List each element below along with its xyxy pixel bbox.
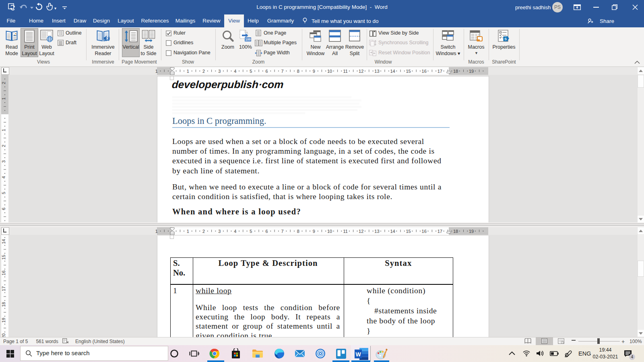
svg-text:1: 1 bbox=[187, 69, 189, 74]
svg-text:100: 100 bbox=[245, 37, 251, 41]
svg-text:1: 1 bbox=[1, 129, 6, 131]
svg-text:19: 19 bbox=[1, 318, 6, 323]
svg-text:6: 6 bbox=[1, 208, 6, 210]
svg-text:17: 17 bbox=[1, 286, 6, 291]
svg-text:8: 8 bbox=[297, 69, 299, 74]
svg-text:2: 2 bbox=[1, 145, 6, 147]
svg-text:15: 15 bbox=[406, 229, 411, 234]
svg-text:17: 17 bbox=[438, 229, 442, 234]
svg-text:19: 19 bbox=[469, 229, 474, 234]
svg-text:8: 8 bbox=[297, 229, 299, 234]
svg-text:4: 4 bbox=[1, 176, 6, 179]
svg-text:2: 2 bbox=[202, 229, 205, 234]
svg-text:16: 16 bbox=[422, 69, 427, 74]
svg-text:12: 12 bbox=[359, 229, 363, 234]
svg-text:5: 5 bbox=[250, 69, 252, 74]
svg-text:2: 2 bbox=[1, 82, 6, 84]
svg-text:5: 5 bbox=[1, 192, 6, 194]
svg-text:S: S bbox=[504, 37, 507, 41]
svg-text:19: 19 bbox=[469, 69, 474, 74]
svg-text:10: 10 bbox=[327, 229, 332, 234]
svg-text:15: 15 bbox=[1, 255, 6, 259]
svg-text:4: 4 bbox=[234, 229, 236, 234]
svg-text:2: 2 bbox=[202, 69, 205, 74]
svg-text:7: 7 bbox=[281, 69, 284, 74]
svg-text:1: 1 bbox=[187, 229, 189, 234]
svg-text:18: 18 bbox=[453, 69, 458, 74]
svg-text:17: 17 bbox=[438, 69, 442, 74]
svg-text:16: 16 bbox=[422, 229, 427, 234]
svg-text:13: 13 bbox=[374, 229, 379, 234]
svg-text:20: 20 bbox=[1, 333, 6, 337]
svg-text:1: 1 bbox=[1, 97, 6, 100]
svg-text:6: 6 bbox=[265, 69, 268, 74]
svg-text:9: 9 bbox=[313, 69, 315, 74]
svg-text:1: 1 bbox=[155, 229, 158, 234]
svg-text:12: 12 bbox=[359, 69, 363, 74]
svg-text:3: 3 bbox=[218, 69, 221, 74]
svg-text:W: W bbox=[355, 351, 361, 358]
svg-text:14: 14 bbox=[390, 229, 395, 234]
svg-text:13: 13 bbox=[374, 69, 379, 74]
svg-text:1: 1 bbox=[155, 69, 158, 74]
svg-text:11: 11 bbox=[343, 229, 347, 234]
svg-text:5: 5 bbox=[250, 229, 252, 234]
svg-text:15: 15 bbox=[406, 69, 411, 74]
svg-text:18: 18 bbox=[1, 302, 6, 307]
svg-text:3: 3 bbox=[218, 229, 221, 234]
svg-text:14: 14 bbox=[1, 239, 6, 244]
svg-text:10: 10 bbox=[327, 69, 332, 74]
svg-text:11: 11 bbox=[343, 69, 347, 74]
svg-text:18: 18 bbox=[453, 229, 458, 234]
svg-text:7: 7 bbox=[281, 229, 284, 234]
svg-text:3: 3 bbox=[1, 160, 6, 163]
svg-text:6: 6 bbox=[265, 229, 268, 234]
svg-text:4: 4 bbox=[234, 69, 236, 74]
svg-text:16: 16 bbox=[1, 270, 6, 275]
svg-text:9: 9 bbox=[313, 229, 315, 234]
svg-text:14: 14 bbox=[390, 69, 395, 74]
